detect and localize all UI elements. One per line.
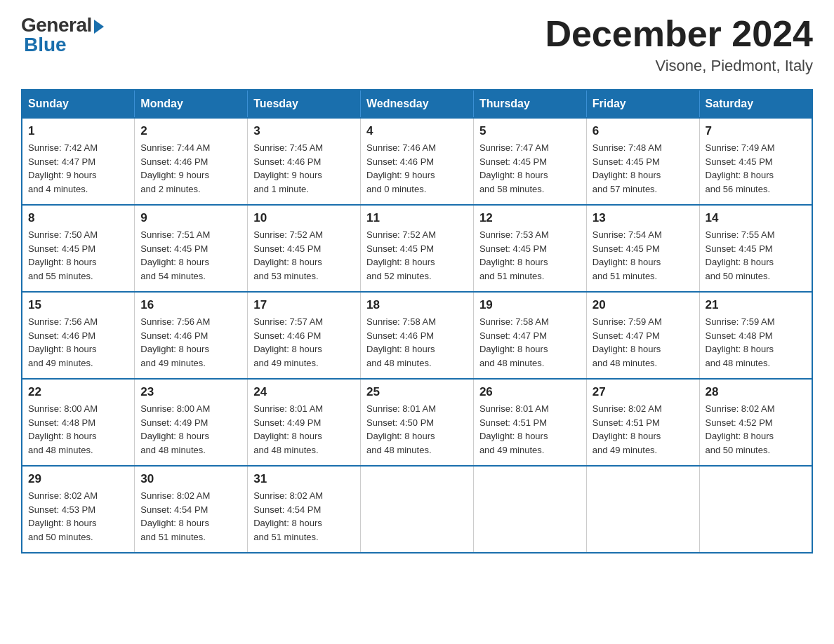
day-number: 29 — [28, 472, 128, 486]
col-monday: Monday — [135, 90, 248, 118]
day-number: 13 — [593, 211, 694, 225]
logo-arrow-icon — [94, 20, 104, 34]
day-number: 23 — [140, 385, 241, 399]
table-row — [361, 466, 474, 553]
table-row: 16Sunrise: 7:56 AM Sunset: 4:46 PM Dayli… — [135, 292, 248, 379]
day-number: 31 — [253, 472, 355, 486]
col-thursday: Thursday — [473, 90, 586, 118]
col-saturday: Saturday — [699, 90, 812, 118]
day-number: 16 — [140, 298, 241, 312]
table-row: 20Sunrise: 7:59 AM Sunset: 4:47 PM Dayli… — [586, 292, 699, 379]
day-info: Sunrise: 7:51 AM Sunset: 4:45 PM Dayligh… — [140, 228, 241, 283]
calendar-header-row: Sunday Monday Tuesday Wednesday Thursday… — [22, 90, 812, 118]
table-row: 12Sunrise: 7:53 AM Sunset: 4:45 PM Dayli… — [473, 205, 586, 292]
day-info: Sunrise: 7:50 AM Sunset: 4:45 PM Dayligh… — [28, 228, 128, 283]
logo: General Blue — [21, 14, 104, 56]
day-number: 26 — [479, 385, 581, 399]
day-number: 24 — [253, 385, 355, 399]
table-row: 6Sunrise: 7:48 AM Sunset: 4:45 PM Daylig… — [586, 118, 699, 205]
month-title: December 2024 — [545, 14, 813, 54]
day-info: Sunrise: 7:48 AM Sunset: 4:45 PM Dayligh… — [593, 141, 694, 196]
day-info: Sunrise: 7:45 AM Sunset: 4:46 PM Dayligh… — [253, 141, 355, 196]
day-info: Sunrise: 7:54 AM Sunset: 4:45 PM Dayligh… — [593, 228, 694, 283]
table-row: 10Sunrise: 7:52 AM Sunset: 4:45 PM Dayli… — [248, 205, 361, 292]
day-info: Sunrise: 7:49 AM Sunset: 4:45 PM Dayligh… — [706, 141, 806, 196]
calendar-week-row: 15Sunrise: 7:56 AM Sunset: 4:46 PM Dayli… — [22, 292, 812, 379]
table-row: 3Sunrise: 7:45 AM Sunset: 4:46 PM Daylig… — [248, 118, 361, 205]
day-number: 4 — [366, 124, 468, 138]
day-info: Sunrise: 8:00 AM Sunset: 4:48 PM Dayligh… — [28, 402, 128, 457]
day-number: 21 — [706, 298, 806, 312]
table-row: 2Sunrise: 7:44 AM Sunset: 4:46 PM Daylig… — [135, 118, 248, 205]
day-info: Sunrise: 8:02 AM Sunset: 4:51 PM Dayligh… — [593, 402, 694, 457]
day-number: 25 — [366, 385, 468, 399]
day-info: Sunrise: 8:01 AM Sunset: 4:50 PM Dayligh… — [366, 402, 468, 457]
table-row: 29Sunrise: 8:02 AM Sunset: 4:53 PM Dayli… — [22, 466, 135, 553]
table-row: 21Sunrise: 7:59 AM Sunset: 4:48 PM Dayli… — [699, 292, 812, 379]
day-info: Sunrise: 7:59 AM Sunset: 4:48 PM Dayligh… — [706, 315, 806, 370]
calendar-week-row: 8Sunrise: 7:50 AM Sunset: 4:45 PM Daylig… — [22, 205, 812, 292]
table-row: 11Sunrise: 7:52 AM Sunset: 4:45 PM Dayli… — [361, 205, 474, 292]
day-number: 11 — [366, 211, 468, 225]
day-info: Sunrise: 7:52 AM Sunset: 4:45 PM Dayligh… — [253, 228, 355, 283]
table-row: 22Sunrise: 8:00 AM Sunset: 4:48 PM Dayli… — [22, 379, 135, 466]
day-number: 9 — [140, 211, 241, 225]
day-info: Sunrise: 8:01 AM Sunset: 4:49 PM Dayligh… — [253, 402, 355, 457]
day-info: Sunrise: 7:58 AM Sunset: 4:46 PM Dayligh… — [366, 315, 468, 370]
day-number: 8 — [28, 211, 128, 225]
location-title: Visone, Piedmont, Italy — [545, 57, 813, 75]
day-number: 22 — [28, 385, 128, 399]
table-row: 30Sunrise: 8:02 AM Sunset: 4:54 PM Dayli… — [135, 466, 248, 553]
day-number: 6 — [593, 124, 694, 138]
col-wednesday: Wednesday — [361, 90, 474, 118]
table-row: 26Sunrise: 8:01 AM Sunset: 4:51 PM Dayli… — [473, 379, 586, 466]
table-row: 25Sunrise: 8:01 AM Sunset: 4:50 PM Dayli… — [361, 379, 474, 466]
calendar-week-row: 29Sunrise: 8:02 AM Sunset: 4:53 PM Dayli… — [22, 466, 812, 553]
table-row: 28Sunrise: 8:02 AM Sunset: 4:52 PM Dayli… — [699, 379, 812, 466]
day-number: 20 — [593, 298, 694, 312]
table-row: 31Sunrise: 8:02 AM Sunset: 4:54 PM Dayli… — [248, 466, 361, 553]
logo-blue-text: Blue — [24, 34, 67, 56]
day-info: Sunrise: 7:42 AM Sunset: 4:47 PM Dayligh… — [28, 141, 128, 196]
day-info: Sunrise: 8:02 AM Sunset: 4:53 PM Dayligh… — [28, 489, 128, 544]
table-row: 7Sunrise: 7:49 AM Sunset: 4:45 PM Daylig… — [699, 118, 812, 205]
day-info: Sunrise: 7:58 AM Sunset: 4:47 PM Dayligh… — [479, 315, 581, 370]
table-row: 24Sunrise: 8:01 AM Sunset: 4:49 PM Dayli… — [248, 379, 361, 466]
table-row: 13Sunrise: 7:54 AM Sunset: 4:45 PM Dayli… — [586, 205, 699, 292]
table-row: 17Sunrise: 7:57 AM Sunset: 4:46 PM Dayli… — [248, 292, 361, 379]
table-row — [586, 466, 699, 553]
table-row: 8Sunrise: 7:50 AM Sunset: 4:45 PM Daylig… — [22, 205, 135, 292]
day-info: Sunrise: 7:52 AM Sunset: 4:45 PM Dayligh… — [366, 228, 468, 283]
day-info: Sunrise: 7:53 AM Sunset: 4:45 PM Dayligh… — [479, 228, 581, 283]
day-number: 14 — [706, 211, 806, 225]
day-number: 30 — [140, 472, 241, 486]
day-number: 27 — [593, 385, 694, 399]
day-number: 5 — [479, 124, 581, 138]
day-info: Sunrise: 7:46 AM Sunset: 4:46 PM Dayligh… — [366, 141, 468, 196]
day-number: 2 — [140, 124, 241, 138]
table-row: 15Sunrise: 7:56 AM Sunset: 4:46 PM Dayli… — [22, 292, 135, 379]
col-tuesday: Tuesday — [248, 90, 361, 118]
day-info: Sunrise: 8:02 AM Sunset: 4:54 PM Dayligh… — [140, 489, 241, 544]
table-row: 9Sunrise: 7:51 AM Sunset: 4:45 PM Daylig… — [135, 205, 248, 292]
day-info: Sunrise: 8:02 AM Sunset: 4:54 PM Dayligh… — [253, 489, 355, 544]
day-info: Sunrise: 7:57 AM Sunset: 4:46 PM Dayligh… — [253, 315, 355, 370]
page-header: General Blue December 2024 Visone, Piedm… — [21, 14, 813, 75]
calendar-week-row: 1Sunrise: 7:42 AM Sunset: 4:47 PM Daylig… — [22, 118, 812, 205]
day-number: 3 — [253, 124, 355, 138]
day-number: 19 — [479, 298, 581, 312]
day-info: Sunrise: 7:56 AM Sunset: 4:46 PM Dayligh… — [140, 315, 241, 370]
table-row: 19Sunrise: 7:58 AM Sunset: 4:47 PM Dayli… — [473, 292, 586, 379]
day-info: Sunrise: 7:47 AM Sunset: 4:45 PM Dayligh… — [479, 141, 581, 196]
day-number: 10 — [253, 211, 355, 225]
day-number: 17 — [253, 298, 355, 312]
day-number: 7 — [706, 124, 806, 138]
calendar-week-row: 22Sunrise: 8:00 AM Sunset: 4:48 PM Dayli… — [22, 379, 812, 466]
day-number: 28 — [706, 385, 806, 399]
table-row — [699, 466, 812, 553]
day-number: 18 — [366, 298, 468, 312]
day-info: Sunrise: 7:59 AM Sunset: 4:47 PM Dayligh… — [593, 315, 694, 370]
table-row: 18Sunrise: 7:58 AM Sunset: 4:46 PM Dayli… — [361, 292, 474, 379]
day-info: Sunrise: 8:02 AM Sunset: 4:52 PM Dayligh… — [706, 402, 806, 457]
table-row: 27Sunrise: 8:02 AM Sunset: 4:51 PM Dayli… — [586, 379, 699, 466]
